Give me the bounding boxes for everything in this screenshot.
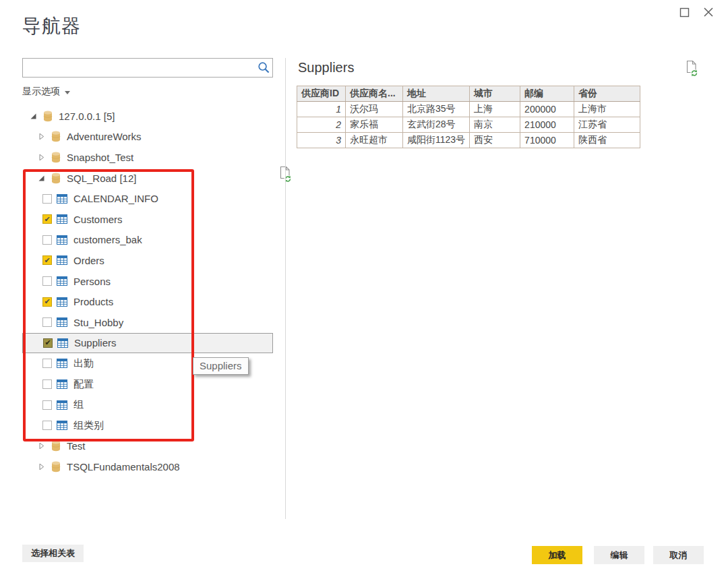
table-icon xyxy=(57,379,67,389)
table-checkbox[interactable]: ✔ xyxy=(43,338,53,348)
table-cell: 1 xyxy=(297,102,346,117)
search-input[interactable] xyxy=(23,59,255,77)
load-button[interactable]: 加载 xyxy=(532,546,582,564)
expanded-triangle-icon[interactable] xyxy=(30,113,38,120)
expanded-triangle-icon[interactable] xyxy=(38,175,46,182)
panel-divider xyxy=(285,58,286,519)
table-icon xyxy=(57,359,67,368)
tree-item-label: Persons xyxy=(73,276,111,287)
maximize-icon xyxy=(679,7,690,18)
tree-item-SQL_Road [12][interactable]: SQL_Road [12] xyxy=(22,168,273,189)
cancel-button[interactable]: 取消 xyxy=(653,546,704,564)
display-options-dropdown[interactable]: 显示选项 xyxy=(22,86,70,98)
tree-item-label: Suppliers xyxy=(74,337,117,348)
tree-item-label: Products xyxy=(73,296,113,307)
tree-item-label: Orders xyxy=(73,255,104,266)
table-cell: 2 xyxy=(297,117,346,133)
table-checkbox[interactable]: ✔ xyxy=(42,297,52,307)
table-cell: 北京路35号 xyxy=(403,102,470,117)
tree-item-label: 出勤 xyxy=(73,357,94,370)
tree-item-TSQLFundamentals2008[interactable]: TSQLFundamentals2008 xyxy=(22,456,273,477)
database-icon xyxy=(51,461,61,473)
maximize-button[interactable] xyxy=(675,4,693,20)
tree-item-组类别[interactable]: 组类别 xyxy=(22,415,273,436)
tree-item-Test[interactable]: Test xyxy=(22,436,273,457)
select-related-tables-button[interactable]: 选择相关表 xyxy=(22,545,84,562)
database-icon xyxy=(51,173,61,184)
search-icon xyxy=(255,61,272,74)
database-icon xyxy=(51,152,61,163)
table-cell: 沃尔玛 xyxy=(346,102,403,117)
table-cell: 家乐福 xyxy=(346,117,403,133)
table-cell: 200000 xyxy=(520,102,574,117)
table-checkbox[interactable] xyxy=(42,235,52,245)
tree-item-配置[interactable]: 配置 xyxy=(22,374,273,395)
tree-item-label: 127.0.0.1 [5] xyxy=(59,111,115,122)
table-checkbox[interactable] xyxy=(42,317,52,327)
navigator-tree: 127.0.0.1 [5]AdventureWorksSnapshot_Test… xyxy=(22,106,273,477)
database-icon xyxy=(51,440,61,452)
tooltip: Suppliers xyxy=(193,357,249,375)
page-title: 导航器 xyxy=(22,13,81,39)
edit-button[interactable]: 编辑 xyxy=(594,546,644,564)
collapsed-triangle-icon[interactable] xyxy=(38,463,46,470)
tree-item-label: 配置 xyxy=(73,378,94,391)
table-cell: 710000 xyxy=(520,133,574,148)
table-icon xyxy=(57,276,67,286)
table-cell: 上海 xyxy=(470,102,520,117)
table-checkbox[interactable]: ✔ xyxy=(42,214,52,224)
tree-item-Stu_Hobby[interactable]: Stu_Hobby xyxy=(22,312,273,333)
tree-item-label: 组 xyxy=(73,398,84,411)
table-row: 2家乐福玄武街28号南京210000江苏省 xyxy=(297,117,640,133)
tree-item-组[interactable]: 组 xyxy=(22,394,273,415)
table-cell: 210000 xyxy=(520,117,574,133)
tree-item-Suppliers[interactable]: ✔Suppliers xyxy=(22,333,273,354)
column-header: 邮编 xyxy=(520,86,574,102)
database-icon xyxy=(51,131,61,142)
tree-item-label: Stu_Hobby xyxy=(73,317,123,328)
table-icon xyxy=(57,317,67,327)
table-cell: 永旺超市 xyxy=(346,133,403,148)
tree-item-CALENDAR_INFO[interactable]: CALENDAR_INFO xyxy=(22,188,273,209)
column-header: 供应商名... xyxy=(346,86,403,102)
tree-item-127.0.0.1 [5][interactable]: 127.0.0.1 [5] xyxy=(22,106,273,127)
tree-item-label: TSQLFundamentals2008 xyxy=(67,461,180,473)
display-options-label: 显示选项 xyxy=(22,86,60,98)
table-icon xyxy=(57,235,67,245)
preview-table: 供应商ID供应商名...地址城市邮编省份 1沃尔玛北京路35号上海200000上… xyxy=(297,86,640,148)
refresh-preview-icon[interactable] xyxy=(685,60,699,80)
table-checkbox[interactable] xyxy=(42,421,52,430)
tree-item-customers_bak[interactable]: customers_bak xyxy=(22,230,273,251)
table-icon xyxy=(57,214,67,224)
table-checkbox[interactable] xyxy=(42,276,52,286)
tree-item-label: SQL_Road [12] xyxy=(67,173,136,184)
table-icon xyxy=(57,338,68,348)
tree-item-Persons[interactable]: Persons xyxy=(22,271,273,292)
table-cell: 咸阳街1123号 xyxy=(403,133,470,148)
database-icon xyxy=(43,111,53,122)
collapsed-triangle-icon[interactable] xyxy=(38,442,46,450)
tree-item-AdventureWorks[interactable]: AdventureWorks xyxy=(22,127,273,148)
tree-item-Snapshot_Test[interactable]: Snapshot_Test xyxy=(22,147,273,168)
table-checkbox[interactable] xyxy=(42,194,52,204)
column-header: 地址 xyxy=(403,86,470,102)
table-icon xyxy=(57,400,67,410)
table-row: 3永旺超市咸阳街1123号西安710000陕西省 xyxy=(297,133,640,148)
tree-item-label: Test xyxy=(67,440,86,452)
table-checkbox[interactable]: ✔ xyxy=(42,255,52,265)
preview-table-header-row: 供应商ID供应商名...地址城市邮编省份 xyxy=(297,86,640,102)
tree-item-Orders[interactable]: ✔Orders xyxy=(22,250,273,271)
collapsed-triangle-icon[interactable] xyxy=(38,154,46,161)
tree-item-Customers[interactable]: ✔Customers xyxy=(22,209,273,230)
table-icon xyxy=(57,194,67,204)
tree-item-label: Customers xyxy=(73,214,123,225)
close-button[interactable] xyxy=(700,4,717,20)
collapsed-triangle-icon[interactable] xyxy=(38,133,46,140)
table-checkbox[interactable] xyxy=(42,400,52,410)
tree-item-Products[interactable]: ✔Products xyxy=(22,291,273,312)
table-checkbox[interactable] xyxy=(42,359,52,368)
search-box[interactable] xyxy=(22,58,273,78)
tree-item-label: AdventureWorks xyxy=(67,131,142,142)
preview-table-body: 1沃尔玛北京路35号上海200000上海市2家乐福玄武街28号南京210000江… xyxy=(297,102,640,148)
table-checkbox[interactable] xyxy=(42,379,52,389)
